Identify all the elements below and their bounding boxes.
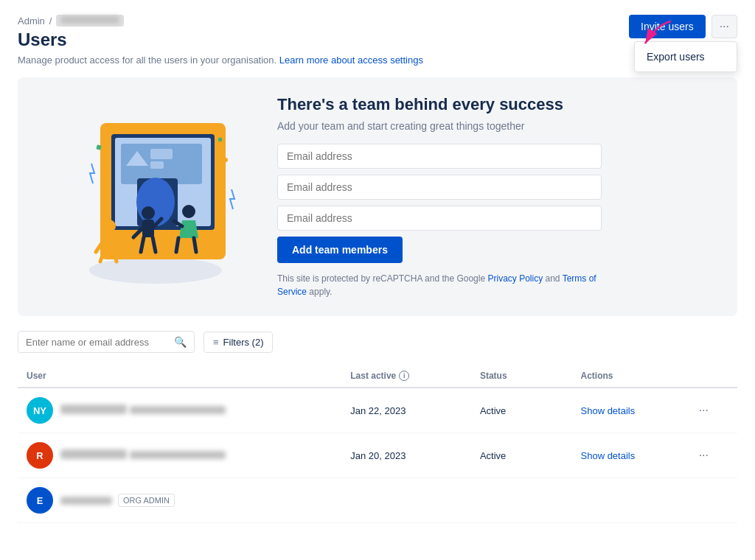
filters-button[interactable]: ≡ Filters (2) — [203, 332, 273, 353]
user-cell-1: NY — [27, 397, 333, 424]
td-user-2: R — [18, 433, 341, 478]
search-filter-row: 🔍 ≡ Filters (2) — [0, 331, 755, 353]
th-more — [687, 365, 737, 388]
table-body: NY Jan 22, 2023 Active Show details — [18, 388, 737, 523]
svg-point-27 — [182, 205, 195, 218]
email-input-2[interactable] — [277, 175, 602, 200]
user-name-1 — [60, 405, 127, 414]
row-more-button-2[interactable]: ··· — [696, 446, 711, 465]
td-last-active-2: Jan 20, 2023 — [341, 433, 471, 478]
td-status-1: Active — [471, 388, 572, 433]
table-row: E ORG ADMIN — [18, 478, 737, 523]
banner-subtitle: Add your team and start creating great t… — [277, 120, 714, 132]
td-more-2: ··· — [687, 433, 737, 478]
search-box: 🔍 — [18, 331, 195, 353]
banner-title: There's a team behind every success — [277, 95, 714, 114]
th-actions: Actions — [572, 365, 687, 388]
td-more-3 — [687, 478, 737, 523]
invite-banner: There's a team behind every success Add … — [18, 77, 737, 316]
svg-rect-12 — [218, 138, 223, 142]
svg-rect-9 — [150, 149, 173, 159]
email-input-3[interactable] — [277, 206, 602, 231]
avatar-3: E — [27, 487, 53, 514]
user-name-2 — [60, 449, 127, 459]
user-info-2 — [60, 449, 226, 461]
avatar-2: R — [27, 442, 53, 469]
learn-more-link[interactable]: Learn more about access settings — [279, 55, 423, 66]
th-last-active: Last active i — [341, 365, 471, 388]
banner-right: There's a team behind every success Add … — [277, 95, 714, 298]
user-email-2 — [130, 451, 226, 459]
td-actions-1: Show details — [572, 388, 687, 433]
search-icon: 🔍 — [174, 336, 187, 348]
search-input[interactable] — [26, 337, 168, 348]
td-more-1: ··· — [687, 388, 737, 433]
td-status-3 — [471, 478, 572, 523]
table-row: NY Jan 22, 2023 Active Show details — [18, 388, 737, 433]
td-user-3: E ORG ADMIN — [18, 478, 341, 523]
page-header: Admin / Users Manage product access for … — [0, 0, 755, 66]
show-details-link-2[interactable]: Show details — [581, 450, 636, 461]
more-actions-button[interactable]: ··· — [711, 15, 737, 38]
table-wrapper: User Last active i Status Actions — [0, 365, 755, 523]
td-last-active-3 — [341, 478, 471, 523]
svg-point-1 — [89, 257, 222, 284]
page-description: Manage product access for all the users … — [18, 55, 737, 66]
user-info-1 — [60, 405, 226, 416]
user-cell-3: E ORG ADMIN — [27, 487, 333, 514]
arrow-annotation — [634, 18, 678, 57]
users-table: User Last active i Status Actions — [18, 365, 737, 523]
more-actions-container: ··· Export users — [711, 15, 737, 38]
td-status-2: Active — [471, 433, 572, 478]
filters-label: Filters (2) — [223, 337, 264, 348]
banner-illustration — [41, 101, 248, 293]
last-active-info-icon[interactable]: i — [399, 371, 409, 381]
add-team-members-button[interactable]: Add team members — [277, 237, 403, 263]
th-user: User — [18, 365, 341, 388]
user-email-1 — [130, 406, 226, 414]
td-last-active-1: Jan 22, 2023 — [341, 388, 471, 433]
ellipsis-icon: ··· — [720, 20, 729, 33]
user-name-3 — [60, 497, 112, 505]
show-details-link-1[interactable]: Show details — [581, 405, 636, 416]
breadcrumb-separator: / — [49, 15, 52, 27]
svg-point-15 — [102, 220, 116, 233]
svg-rect-10 — [150, 161, 164, 169]
email-input-1[interactable] — [277, 144, 602, 169]
svg-line-31 — [194, 238, 196, 252]
svg-line-30 — [176, 238, 178, 252]
row-more-button-1[interactable]: ··· — [696, 401, 711, 420]
table-header: User Last active i Status Actions — [18, 365, 737, 388]
avatar-1: NY — [27, 397, 53, 424]
td-actions-3 — [572, 478, 687, 523]
breadcrumb-current — [56, 15, 124, 27]
td-user-1: NY — [18, 388, 341, 433]
breadcrumb-admin: Admin — [18, 15, 45, 27]
svg-point-21 — [142, 206, 155, 220]
svg-point-7 — [136, 178, 175, 226]
privacy-policy-link[interactable]: Privacy Policy — [487, 273, 543, 284]
org-admin-badge: ORG ADMIN — [118, 494, 175, 507]
svg-marker-28 — [179, 220, 198, 238]
recaptcha-text: This site is protected by reCAPTCHA and … — [277, 272, 602, 298]
svg-point-13 — [101, 131, 107, 137]
th-status: Status — [471, 365, 572, 388]
header-actions: Invite users ··· Export users — [629, 15, 737, 38]
table-row: R Jan 20, 2023 Active Show details — [18, 433, 737, 478]
td-actions-2: Show details — [572, 433, 687, 478]
user-info-3: ORG ADMIN — [60, 494, 175, 507]
user-cell-2: R — [27, 442, 333, 469]
filter-icon: ≡ — [213, 337, 219, 348]
svg-point-14 — [223, 158, 228, 162]
